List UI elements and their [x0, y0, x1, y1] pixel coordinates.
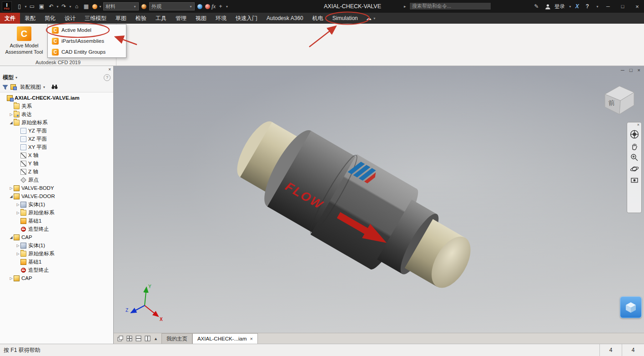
tree-item-cap-1-origin[interactable]: ▷原始坐标系: [0, 249, 113, 258]
material-ball-icon[interactable]: [92, 4, 97, 9]
help-icon[interactable]: ?: [583, 3, 592, 10]
tree-item-representations-folder[interactable]: ▷表达: [0, 110, 113, 118]
viewport-3d[interactable]: FLOW ─ □ × 前 ×: [114, 66, 644, 333]
tree-item-origin-point[interactable]: 原点: [0, 176, 113, 184]
valve-3d-model[interactable]: FLOW: [114, 66, 644, 333]
tree-expander-icon[interactable]: ▷: [15, 203, 20, 207]
tree-item-cap-1-base-feature[interactable]: 基础1: [0, 258, 113, 266]
search-browser-icon[interactable]: [51, 84, 58, 90]
parameters-fx-icon[interactable]: fx: [211, 3, 216, 10]
flyout-item-1[interactable]: CActive Model: [48, 25, 126, 36]
tree-expander-icon[interactable]: ▷: [15, 244, 20, 248]
ribbon-tab-get-started[interactable]: 快速入门: [231, 13, 262, 24]
tree-expander-icon[interactable]: ◢: [9, 235, 14, 239]
zoom-icon[interactable]: [630, 153, 639, 162]
search-input[interactable]: 搜索帮助和命令...: [409, 2, 491, 10]
pan-icon[interactable]: [630, 142, 639, 151]
new-file-icon[interactable]: ▯: [15, 3, 24, 10]
material-caret-icon[interactable]: ▾: [99, 5, 102, 9]
tree-item-relationships-folder[interactable]: 关系: [0, 102, 113, 110]
ribbon-tab-a360[interactable]: Autodesk A360: [262, 13, 308, 24]
tree-item-yz-plane[interactable]: YZ 平面: [0, 127, 113, 135]
tree-item-cap-1-end-of-part[interactable]: 造型终止: [0, 266, 113, 274]
tree-item-origin-folder[interactable]: ◢原始坐标系: [0, 118, 113, 127]
sign-in-caret-icon[interactable]: ▾: [569, 5, 572, 9]
appearance-ball-icon[interactable]: [141, 4, 146, 9]
window-cascade-icon[interactable]: [117, 336, 123, 341]
person-icon[interactable]: [545, 4, 551, 10]
appearance-combo[interactable]: 外观 ▾: [149, 2, 195, 10]
window-minimize-button[interactable]: ─: [603, 4, 614, 9]
orbit-icon[interactable]: [630, 164, 639, 173]
redo-caret-icon[interactable]: ▾: [69, 5, 72, 9]
qat-caret-icon[interactable]: ▾: [225, 5, 228, 9]
tab-close-icon[interactable]: ×: [250, 336, 253, 341]
tree-item-z-axis[interactable]: Z 轴: [0, 168, 113, 176]
tree-item-y-axis[interactable]: Y 轴: [0, 159, 113, 168]
window-tile-vertical-icon[interactable]: [145, 336, 151, 341]
doc-restore-icon[interactable]: □: [629, 67, 633, 73]
navbar-close-icon[interactable]: ×: [637, 123, 641, 127]
filter-icon[interactable]: [2, 84, 8, 90]
ribbon-tab-simulation[interactable]: Simulation: [328, 13, 362, 24]
tree-item-cap-1-solid[interactable]: ▷实体(1): [0, 241, 113, 249]
doc-close-icon[interactable]: ×: [638, 67, 640, 73]
undo-icon[interactable]: ↶: [46, 3, 56, 10]
tree-item-cap-2[interactable]: ▷CAP: [0, 274, 113, 282]
ribbon-tab-file[interactable]: 文件: [0, 13, 20, 24]
inventor-logo[interactable]: IPRO: [2, 1, 12, 11]
ribbon-tab-electromechanical[interactable]: 机电: [308, 13, 328, 24]
tree-expander-icon[interactable]: ▷: [9, 112, 14, 117]
flyout-item-3[interactable]: CCAD Entity Groups: [48, 46, 126, 57]
new-file-caret-icon[interactable]: ▾: [24, 5, 27, 9]
tree-item-valve-door-solid[interactable]: ▷实体(1): [0, 200, 113, 209]
tree-expander-icon[interactable]: ▷: [15, 252, 20, 256]
ribbon-tab-tools[interactable]: 工具: [151, 13, 171, 24]
view-selector-label[interactable]: 装配视图: [20, 84, 41, 91]
tree-item-xz-plane[interactable]: XZ 平面: [0, 135, 113, 143]
view-cube-face-label[interactable]: 前: [608, 99, 615, 107]
save-icon[interactable]: ▣: [37, 3, 46, 10]
tree-expander-icon[interactable]: ◢: [9, 194, 14, 198]
tree-item-valve-door-end-of-part[interactable]: 造型终止: [0, 225, 113, 233]
sign-in-button[interactable]: 登录: [554, 3, 565, 10]
browser-help-icon[interactable]: ?: [104, 74, 111, 81]
breadcrumb-arrow-icon[interactable]: ▸: [404, 4, 406, 9]
a360-x-icon[interactable]: X: [575, 3, 579, 10]
navigation-wheel-icon[interactable]: [629, 129, 639, 139]
cloud-menu-button[interactable]: ☁▾: [362, 13, 380, 24]
document-tab-1[interactable]: 我的主页: [161, 333, 192, 344]
ribbon-tab-simplify[interactable]: 简化: [40, 13, 60, 24]
material-combo[interactable]: 材料 ▾: [103, 2, 139, 10]
tree-expander-icon[interactable]: ▷: [9, 186, 14, 190]
appearance-search-icon[interactable]: [205, 4, 210, 9]
undo-caret-icon[interactable]: ▾: [56, 5, 59, 9]
tree-item-valve-body[interactable]: ▷VALVE-BODY: [0, 184, 113, 192]
tree-expander-icon[interactable]: ▷: [15, 211, 20, 215]
document-tab-2[interactable]: AXIAL-CHECK-...iam×: [192, 333, 258, 344]
flyout-item-2[interactable]: CiParts/iAssemblies: [48, 36, 126, 46]
collapse-docbar-icon[interactable]: ▲: [154, 336, 158, 341]
tree-item-xy-plane[interactable]: XY 平面: [0, 143, 113, 151]
measure-plus-icon[interactable]: +: [216, 3, 225, 10]
tree-item-cap-1[interactable]: ◢CAP: [0, 233, 113, 241]
tree-item-valve-door-origin[interactable]: ▷原始坐标系: [0, 209, 113, 217]
render-icon[interactable]: ▦: [81, 3, 91, 10]
assist-panel-button[interactable]: [620, 296, 642, 318]
tree-expander-icon[interactable]: ▷: [9, 276, 14, 280]
ribbon-tab-sketch[interactable]: 草图: [111, 13, 131, 24]
doc-minimize-icon[interactable]: ─: [621, 67, 624, 73]
tree-item-valve-door-base-feature[interactable]: 基础1: [0, 217, 113, 225]
view-selector-caret-icon[interactable]: ▾: [43, 85, 45, 89]
window-tile-icon[interactable]: [126, 336, 132, 341]
pen-icon[interactable]: ✎: [532, 3, 541, 10]
ribbon-tab-inspect[interactable]: 检验: [131, 13, 151, 24]
view-cube[interactable]: 前: [599, 81, 639, 117]
help-caret-icon[interactable]: ▾: [596, 5, 599, 9]
active-model-assessment-tool-button[interactable]: C Active Model Assessment Tool: [2, 25, 46, 59]
window-tile-horizontal-icon[interactable]: [136, 336, 141, 341]
redo-icon[interactable]: ↷: [59, 3, 69, 10]
browser-close-icon[interactable]: ×: [108, 67, 111, 72]
ribbon-tab-view[interactable]: 视图: [191, 13, 211, 24]
home-icon[interactable]: ⌂: [72, 3, 81, 10]
